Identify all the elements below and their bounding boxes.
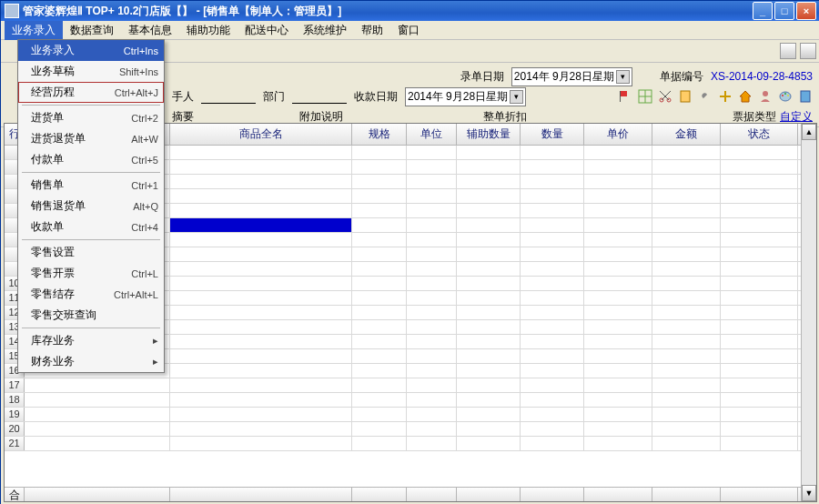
menu-item-业务草稿[interactable]: 业务草稿Shift+Ins xyxy=(18,61,164,82)
menubar: 业务录入 数据查询 基本信息 辅助功能 配送中心 系统维护 帮助 窗口 xyxy=(1,21,819,40)
handler-field[interactable] xyxy=(201,90,256,104)
col-header-qty[interactable]: 数量 xyxy=(521,124,584,145)
flag-icon[interactable] xyxy=(618,89,632,104)
dept-label: 部门 xyxy=(263,89,285,105)
svg-rect-18 xyxy=(801,91,810,102)
menu-item-经营历程[interactable]: 经营历程Ctrl+Alt+J xyxy=(18,82,164,103)
close-button[interactable]: × xyxy=(796,2,816,20)
menu-dispatch[interactable]: 配送中心 xyxy=(238,21,296,40)
menu-aux[interactable]: 辅助功能 xyxy=(179,21,238,40)
entry-date-value: 2014年 9月28日星期 xyxy=(514,69,614,85)
menu-item-销售退货单[interactable]: 销售退货单Alt+Q xyxy=(18,196,164,217)
palette-icon[interactable] xyxy=(778,89,793,104)
action-icons xyxy=(618,89,813,104)
svg-rect-11 xyxy=(720,96,731,97)
col-header-price[interactable]: 单价 xyxy=(584,124,652,145)
col-header-name[interactable]: 商品全名 xyxy=(170,124,352,145)
svg-point-13 xyxy=(763,91,768,96)
svg-point-17 xyxy=(787,95,789,96)
doc-no-value: XS-2014-09-28-4853 xyxy=(711,70,813,83)
handler-label: 手人 xyxy=(172,89,194,105)
col-header-status[interactable]: 状态 xyxy=(721,124,798,145)
col-header-amount[interactable]: 金额 xyxy=(652,124,721,145)
entry-date-label: 录单日期 xyxy=(460,69,504,85)
clipboard-icon[interactable] xyxy=(678,89,693,104)
table-row[interactable]: 18 xyxy=(5,393,801,408)
menu-business-entry[interactable]: 业务录入 xyxy=(5,21,63,40)
toolbar-icon-2[interactable] xyxy=(800,43,816,59)
toolbar-icon-1[interactable] xyxy=(780,43,796,59)
business-entry-dropdown: 业务录入Ctrl+Ins业务草稿Shift+Ins经营历程Ctrl+Alt+J进… xyxy=(17,39,165,373)
menu-item-零售结存[interactable]: 零售结存Ctrl+Alt+L xyxy=(18,284,164,305)
menu-item-库存业务[interactable]: 库存业务▸ xyxy=(18,330,164,351)
grid-icon[interactable] xyxy=(638,89,652,104)
menu-help[interactable]: 帮助 xyxy=(354,21,390,40)
app-icon xyxy=(5,4,19,18)
chevron-down-icon[interactable]: ▾ xyxy=(616,70,630,84)
summary-label: 摘要 xyxy=(172,109,194,125)
doc-no-label: 单据编号 xyxy=(660,69,703,85)
bill-type-label: 票据类型 xyxy=(733,109,776,125)
wrench-icon[interactable] xyxy=(698,89,713,104)
table-row[interactable]: 17 xyxy=(5,378,801,393)
svg-rect-1 xyxy=(620,91,621,102)
chevron-down-icon[interactable]: ▾ xyxy=(510,90,523,104)
addl-field[interactable] xyxy=(350,110,441,124)
table-row[interactable]: 21 xyxy=(5,437,801,451)
menu-window[interactable]: 窗口 xyxy=(390,21,427,40)
discount-field[interactable] xyxy=(534,110,571,124)
svg-point-16 xyxy=(784,93,786,95)
col-header-spec[interactable]: 规格 xyxy=(352,124,407,145)
menu-item-收款单[interactable]: 收款单Ctrl+4 xyxy=(18,217,164,237)
menu-item-进货单[interactable]: 进货单Ctrl+2 xyxy=(18,107,164,128)
svg-rect-9 xyxy=(681,91,690,102)
window-title: 管家婆辉煌Ⅱ TOP+ 10.2门店版【】 - [销售单【制单人：管理员】] xyxy=(23,4,341,19)
menu-data-query[interactable]: 数据查询 xyxy=(63,21,121,40)
menu-item-零售交班查询[interactable]: 零售交班查询 xyxy=(18,305,164,326)
totals-row: 合计 xyxy=(5,487,801,501)
svg-rect-0 xyxy=(620,91,627,96)
titlebar: 管家婆辉煌Ⅱ TOP+ 10.2门店版【】 - [销售单【制单人：管理员】] _… xyxy=(1,1,819,21)
table-row[interactable]: 19 xyxy=(5,408,801,422)
col-header-unit[interactable]: 单位 xyxy=(407,124,457,145)
maximize-button[interactable]: □ xyxy=(774,2,794,20)
dept-field[interactable] xyxy=(292,90,347,104)
pay-date-field[interactable]: 2014年 9月28日星期 ▾ xyxy=(405,87,526,106)
discount-label: 整单折扣 xyxy=(483,109,527,125)
scissors-icon[interactable] xyxy=(658,89,672,104)
scroll-up-icon[interactable]: ▲ xyxy=(802,124,816,140)
home-icon[interactable] xyxy=(738,89,753,104)
table-row[interactable]: 20 xyxy=(5,422,801,437)
user-icon[interactable] xyxy=(758,89,773,104)
plus-icon[interactable] xyxy=(718,89,733,104)
addl-label: 附加说明 xyxy=(299,109,343,125)
pay-date-label: 收款日期 xyxy=(354,89,398,105)
menu-sys-maint[interactable]: 系统维护 xyxy=(296,21,354,40)
svg-point-15 xyxy=(782,95,784,96)
menu-item-财务业务[interactable]: 财务业务▸ xyxy=(18,351,164,372)
menu-item-零售开票[interactable]: 零售开票Ctrl+L xyxy=(18,263,164,284)
svg-marker-12 xyxy=(740,91,751,102)
entry-date-field[interactable]: 2014年 9月28日星期 ▾ xyxy=(511,67,632,86)
pay-date-value: 2014年 9月28日星期 xyxy=(408,89,508,105)
menu-item-业务录入[interactable]: 业务录入Ctrl+Ins xyxy=(18,40,164,61)
bill-type-link[interactable]: 自定义 xyxy=(780,109,813,125)
menu-item-销售单[interactable]: 销售单Ctrl+1 xyxy=(18,175,164,196)
vertical-scrollbar[interactable]: ▲ ▼ xyxy=(801,124,816,501)
col-header-aux_qty[interactable]: 辅助数量 xyxy=(457,124,521,145)
minimize-button[interactable]: _ xyxy=(753,2,773,20)
book-icon[interactable] xyxy=(798,89,813,104)
summary-field[interactable] xyxy=(201,110,292,124)
menu-item-进货退货单[interactable]: 进货退货单Alt+W xyxy=(18,128,164,149)
menu-item-零售设置[interactable]: 零售设置 xyxy=(18,242,164,263)
menu-basic-info[interactable]: 基本信息 xyxy=(121,21,179,40)
menu-item-付款单[interactable]: 付款单Ctrl+5 xyxy=(18,149,164,170)
scroll-down-icon[interactable]: ▼ xyxy=(802,485,816,501)
